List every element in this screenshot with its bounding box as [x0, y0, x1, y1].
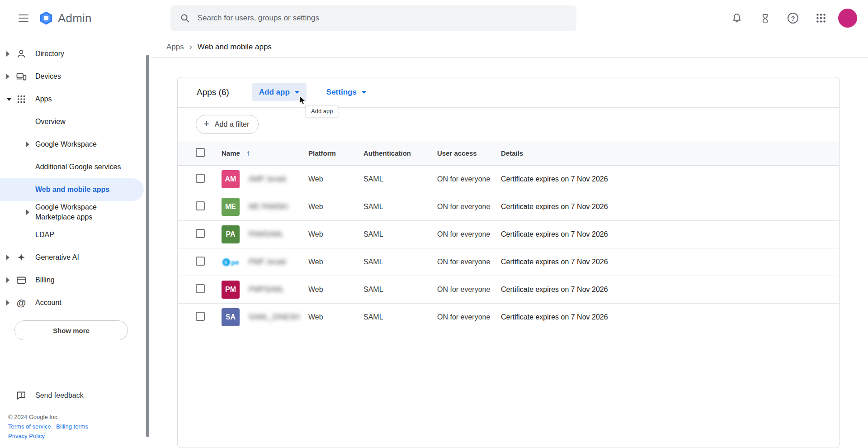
table-row[interactable]: ME ME PAMSKI Web SAML ON for everyone Ce…	[178, 193, 839, 221]
feedback-bubble-icon	[15, 390, 27, 401]
table-row[interactable]: SA SAML_DINESH Web SAML ON for everyone …	[178, 304, 839, 331]
apps-count-label: Apps (6)	[197, 87, 229, 97]
sidebar-item-web-and-mobile-apps[interactable]: Web and mobile apps	[0, 178, 144, 201]
app-avatar: AM	[222, 170, 240, 188]
search-input[interactable]	[198, 14, 567, 23]
pending-tasks-hourglass-icon[interactable]	[754, 7, 776, 29]
sort-ascending-icon: ↑	[246, 149, 250, 158]
dropdown-caret-icon	[295, 91, 299, 94]
details-cell: Certificate expires on 7 Nov 2026	[501, 258, 839, 266]
app-avatar: ME	[222, 198, 240, 216]
table-row[interactable]: pe PMP Jerald Web SAML ON for everyone C…	[178, 248, 839, 276]
sidebar-item-devices[interactable]: Devices	[0, 65, 150, 88]
row-checkbox[interactable]	[196, 201, 205, 210]
user-access-cell: ON for everyone	[437, 258, 501, 266]
user-access-cell: ON for everyone	[437, 203, 501, 211]
sidebar-item-account[interactable]: @ Account	[0, 291, 150, 314]
sidebar-scrollbar-thumb[interactable]	[146, 55, 149, 437]
app-name[interactable]: PMP Jerald	[249, 258, 286, 266]
authentication-cell: SAML	[363, 175, 437, 183]
app-name[interactable]: PAMSAML	[249, 230, 283, 238]
app-name[interactable]: SAML_DINESH	[249, 313, 300, 321]
select-all-checkbox[interactable]	[196, 148, 205, 157]
profile-avatar[interactable]	[838, 9, 857, 28]
breadcrumb-separator-icon: ›	[189, 42, 192, 52]
column-header-user-access: User access	[437, 149, 501, 157]
collapse-caret-icon	[6, 98, 12, 101]
apps-table: Name ↑ Platform Authentication User acce…	[178, 141, 839, 331]
account-at-icon: @	[15, 297, 27, 309]
sidebar: Directory Devices Apps	[0, 36, 150, 448]
user-access-cell: ON for everyone	[437, 313, 501, 321]
column-header-details: Details	[501, 149, 839, 157]
app-avatar: SA	[222, 308, 240, 326]
app-name[interactable]: PMPSAML	[249, 286, 284, 294]
platform-cell: Web	[308, 286, 363, 294]
table-row[interactable]: AM AMP Jerald Web SAML ON for everyone C…	[178, 166, 839, 193]
sidebar-item-additional-google-services[interactable]: Additional Google services	[0, 156, 150, 178]
breadcrumb-current: Web and mobile apps	[198, 43, 272, 52]
authentication-cell: SAML	[363, 286, 437, 294]
apps-list-card: Apps (6) Add app Settings Add app + Add …	[177, 77, 840, 448]
sparkle-icon	[15, 252, 27, 263]
billing-terms-link[interactable]: Billing terms	[56, 423, 88, 430]
breadcrumb: Apps › Web and mobile apps	[150, 36, 868, 58]
expand-caret-icon	[6, 277, 9, 283]
plus-icon: +	[203, 119, 209, 129]
authentication-cell: SAML	[363, 230, 437, 238]
search-bar[interactable]	[170, 5, 576, 31]
table-row[interactable]: PA PAMSAML Web SAML ON for everyone Cert…	[178, 221, 839, 248]
app-logo-glyph-icon	[222, 258, 231, 267]
add-app-button[interactable]: Add app	[252, 83, 307, 101]
card-toolbar: Apps (6) Add app Settings	[178, 77, 839, 108]
dropdown-caret-icon	[362, 91, 366, 94]
product-name: Admin	[58, 11, 92, 25]
privacy-policy-link[interactable]: Privacy Policy	[8, 433, 45, 439]
expand-caret-icon	[6, 51, 9, 57]
app-name[interactable]: ME PAMSKI	[249, 203, 288, 211]
row-checkbox[interactable]	[196, 174, 205, 183]
column-header-name[interactable]: Name ↑	[222, 149, 308, 158]
details-cell: Certificate expires on 7 Nov 2026	[501, 313, 839, 321]
terms-of-service-link[interactable]: Terms of service	[8, 423, 51, 430]
admin-hexagon-icon	[39, 11, 53, 25]
user-access-cell: ON for everyone	[437, 175, 501, 183]
main-content: Apps › Web and mobile apps Apps (6) Add …	[150, 36, 868, 448]
row-checkbox[interactable]	[196, 229, 205, 238]
table-row[interactable]: PM PMPSAML Web SAML ON for everyone Cert…	[178, 276, 839, 304]
expand-caret-icon	[6, 255, 9, 260]
sidebar-item-apps[interactable]: Apps	[0, 88, 150, 110]
authentication-cell: SAML	[363, 258, 437, 266]
add-filter-button[interactable]: + Add a filter	[196, 115, 259, 134]
breadcrumb-apps-link[interactable]: Apps	[166, 43, 184, 52]
row-checkbox[interactable]	[196, 312, 205, 321]
authentication-cell: SAML	[363, 203, 437, 211]
row-checkbox[interactable]	[196, 284, 205, 293]
sidebar-item-billing[interactable]: Billing	[0, 269, 150, 291]
show-more-button[interactable]: Show more	[14, 320, 128, 340]
sidebar-item-marketplace-apps[interactable]: Google Workspace Marketplace apps	[0, 201, 150, 224]
table-header-row: Name ↑ Platform Authentication User acce…	[178, 141, 839, 166]
authentication-cell: SAML	[363, 313, 437, 321]
devices-icon	[15, 71, 27, 82]
add-app-tooltip: Add app	[306, 105, 338, 117]
sidebar-item-google-workspace[interactable]: Google Workspace	[0, 133, 150, 156]
row-checkbox[interactable]	[196, 257, 205, 266]
sidebar-item-generative-ai[interactable]: Generative AI	[0, 246, 150, 269]
sidebar-item-directory[interactable]: Directory	[0, 43, 150, 65]
search-icon	[179, 13, 190, 24]
apps-launcher-grid-icon[interactable]	[810, 7, 832, 29]
send-feedback-button[interactable]: Send feedback	[0, 385, 150, 406]
mouse-cursor	[299, 95, 306, 105]
sidebar-item-ldap[interactable]: LDAP	[0, 224, 150, 246]
settings-button[interactable]: Settings	[319, 83, 373, 101]
platform-cell: Web	[308, 313, 363, 321]
expand-caret-icon	[26, 142, 29, 147]
notifications-bell-icon[interactable]	[726, 7, 748, 29]
directory-person-icon	[15, 48, 27, 60]
sidebar-item-overview[interactable]: Overview	[0, 110, 150, 133]
app-name[interactable]: AMP Jerald	[249, 175, 286, 183]
billing-wallet-icon	[15, 274, 27, 286]
menu-icon[interactable]	[13, 7, 34, 29]
help-icon[interactable]: ?	[782, 7, 804, 29]
